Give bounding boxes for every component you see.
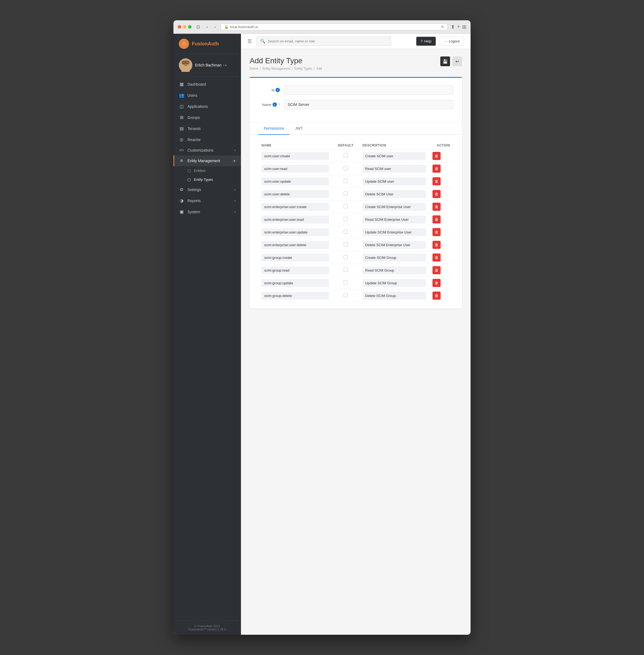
name-field-row: Name i bbox=[258, 100, 453, 109]
delete-permission-button[interactable]: 🗑 bbox=[433, 279, 441, 287]
address-bar[interactable]: 🔒 local.fusionauth.io ↻ bbox=[221, 23, 448, 30]
permission-name-input[interactable] bbox=[261, 216, 329, 224]
permission-default-checkbox[interactable] bbox=[344, 255, 348, 259]
logout-button[interactable]: → Logout bbox=[439, 37, 464, 46]
permission-description-input[interactable] bbox=[363, 216, 426, 224]
forward-browser-button[interactable]: › bbox=[213, 24, 217, 30]
maximize-button[interactable] bbox=[188, 25, 191, 29]
sidebar-item-tenants[interactable]: ▤ Tenants bbox=[174, 123, 241, 134]
sidebar-item-customizations[interactable]: </> Customizations ‹ bbox=[174, 145, 241, 155]
sidebar-sub-item-entity-types[interactable]: ▢ Entity Types bbox=[174, 175, 241, 184]
help-button[interactable]: ? Help bbox=[416, 37, 436, 46]
permission-name-input[interactable] bbox=[261, 203, 329, 211]
search-icon: 🔍 bbox=[260, 39, 266, 44]
permission-description-input[interactable] bbox=[363, 203, 426, 211]
permission-description-input[interactable] bbox=[363, 266, 426, 274]
save-button[interactable]: 💾 bbox=[440, 57, 450, 66]
permission-default-checkbox[interactable] bbox=[344, 204, 348, 208]
permission-description-input[interactable] bbox=[363, 254, 426, 262]
search-box[interactable]: 🔍 bbox=[256, 37, 391, 46]
hamburger-icon[interactable]: ☰ bbox=[248, 38, 252, 44]
permission-description-input[interactable] bbox=[363, 241, 426, 249]
permission-default-checkbox[interactable] bbox=[344, 280, 348, 285]
sidebar-toggle-icon[interactable]: ⊡ bbox=[195, 24, 202, 30]
sidebar-item-reactor[interactable]: ◎ Reactor bbox=[174, 134, 241, 145]
breadcrumb-entity-management[interactable]: Entity Management bbox=[262, 67, 290, 70]
permission-name-input[interactable] bbox=[261, 279, 329, 287]
back-button[interactable]: ↩ bbox=[452, 57, 462, 66]
tab-permissions[interactable]: Permissions bbox=[258, 122, 290, 135]
permission-default-checkbox[interactable] bbox=[344, 293, 348, 297]
trash-icon: 🗑 bbox=[435, 154, 438, 158]
id-input[interactable] bbox=[284, 85, 453, 95]
breadcrumb-entity-types[interactable]: Entity Types bbox=[295, 67, 312, 70]
permission-default-checkbox[interactable] bbox=[344, 191, 348, 196]
new-tab-icon[interactable]: + bbox=[457, 24, 460, 30]
chevron-right-icon: ‹ bbox=[234, 210, 235, 214]
permission-name-input[interactable] bbox=[261, 241, 329, 249]
delete-permission-button[interactable]: 🗑 bbox=[433, 292, 441, 300]
permission-default-checkbox[interactable] bbox=[344, 179, 348, 183]
close-button[interactable] bbox=[178, 25, 181, 29]
permission-description-input[interactable] bbox=[363, 279, 426, 287]
share-icon[interactable]: ⬆ bbox=[451, 24, 455, 30]
delete-permission-button[interactable]: 🗑 bbox=[433, 216, 441, 224]
delete-permission-button[interactable]: 🗑 bbox=[433, 241, 441, 249]
permission-name-input[interactable] bbox=[261, 165, 329, 173]
permission-default-checkbox[interactable] bbox=[344, 268, 348, 272]
entity-management-icon: ≡ bbox=[179, 158, 184, 163]
reload-icon[interactable]: ↻ bbox=[441, 25, 444, 29]
entity-types-icon: ▢ bbox=[187, 178, 191, 182]
delete-permission-button[interactable]: 🗑 bbox=[433, 177, 441, 185]
sidebar-item-entity-management[interactable]: ≡ Entity Management ∨ bbox=[174, 155, 241, 166]
permission-name-input[interactable] bbox=[261, 178, 329, 185]
sidebar-item-groups[interactable]: ⊞ Groups bbox=[174, 112, 241, 123]
sidebar-item-users[interactable]: 👥 Users bbox=[174, 90, 241, 101]
permission-description-input[interactable] bbox=[363, 190, 426, 198]
search-input[interactable] bbox=[268, 39, 387, 43]
id-info-icon[interactable]: i bbox=[276, 88, 280, 92]
permission-name-input[interactable] bbox=[261, 228, 329, 236]
traffic-lights bbox=[178, 25, 191, 29]
logo-auth: Auth bbox=[208, 41, 219, 46]
permission-default-checkbox[interactable] bbox=[344, 154, 348, 158]
delete-permission-button[interactable]: 🗑 bbox=[433, 228, 441, 236]
tab-jwt[interactable]: JWT bbox=[290, 122, 308, 135]
sidebar-item-applications[interactable]: ◫ Applications bbox=[174, 101, 241, 112]
breadcrumb-home[interactable]: Home bbox=[250, 67, 258, 70]
permission-name-input[interactable] bbox=[261, 152, 329, 160]
permission-description-input[interactable] bbox=[363, 178, 426, 185]
delete-permission-button[interactable]: 🗑 bbox=[433, 164, 441, 173]
sidebar-sub-item-entities[interactable]: ▢ Entities bbox=[174, 166, 241, 175]
sidebar-item-label: Reactor bbox=[187, 138, 201, 142]
permission-name-input[interactable] bbox=[261, 266, 329, 274]
name-input[interactable] bbox=[284, 100, 453, 109]
minimize-button[interactable] bbox=[183, 25, 186, 29]
tabs: Permissions JWT bbox=[250, 122, 462, 135]
delete-permission-button[interactable]: 🗑 bbox=[433, 253, 441, 262]
sidebar-item-reports[interactable]: ◑ Reports ‹ bbox=[174, 195, 241, 206]
delete-permission-button[interactable]: 🗑 bbox=[433, 152, 441, 160]
permission-default-checkbox[interactable] bbox=[344, 230, 348, 234]
delete-permission-button[interactable]: 🗑 bbox=[433, 266, 441, 274]
permission-name-input[interactable] bbox=[261, 292, 329, 300]
sidebar-item-label: Users bbox=[187, 93, 198, 97]
permission-description-input[interactable] bbox=[363, 228, 426, 236]
sidebar-item-dashboard[interactable]: ▦ Dashboard bbox=[174, 78, 241, 90]
permission-description-input[interactable] bbox=[363, 292, 426, 300]
back-browser-button[interactable]: ‹ bbox=[205, 24, 209, 30]
permission-name-input[interactable] bbox=[261, 254, 329, 262]
table-row: 🗑 bbox=[258, 289, 453, 302]
permission-default-checkbox[interactable] bbox=[344, 217, 348, 221]
name-info-icon[interactable]: i bbox=[273, 103, 277, 107]
permission-description-input[interactable] bbox=[363, 165, 426, 173]
delete-permission-button[interactable]: 🗑 bbox=[433, 203, 441, 211]
delete-permission-button[interactable]: 🗑 bbox=[433, 190, 441, 198]
permission-name-input[interactable] bbox=[261, 190, 329, 198]
permission-description-input[interactable] bbox=[363, 152, 426, 160]
sidebar-item-system[interactable]: ▣ System ‹ bbox=[174, 206, 241, 217]
sidebar-item-settings[interactable]: ⚙ Settings ‹ bbox=[174, 184, 241, 195]
permission-default-checkbox[interactable] bbox=[344, 242, 348, 246]
tabs-icon[interactable]: ⊞ bbox=[462, 24, 466, 30]
permission-default-checkbox[interactable] bbox=[344, 166, 348, 170]
